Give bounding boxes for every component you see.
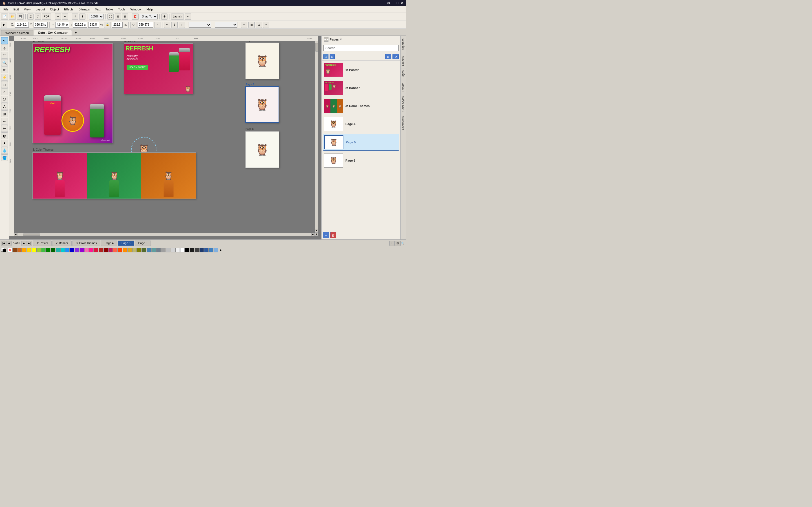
color-swatch[interactable]	[22, 248, 27, 252]
color-swatch[interactable]	[80, 248, 84, 252]
pages-tab[interactable]: Pages	[401, 68, 406, 80]
color-swatch[interactable]	[75, 248, 79, 252]
launch-btn[interactable]: Launch	[171, 13, 184, 20]
current-fill-indicator[interactable]	[1, 248, 6, 252]
page-2-canvas[interactable]: 2: Banner REFRESH Naturally delicious. L…	[124, 43, 193, 94]
page-4-side[interactable]: Page 4 🦉	[245, 43, 279, 79]
redo-btn[interactable]: ↪	[62, 13, 68, 20]
color-swatch[interactable]	[142, 248, 146, 252]
open-btn[interactable]: 📂	[9, 13, 16, 20]
page-add-btn[interactable]: +	[389, 241, 395, 246]
palette-scroll-right[interactable]: ►	[219, 248, 223, 252]
order-btn[interactable]: ⊞	[248, 22, 255, 28]
page-settings-btn[interactable]: ⚙	[393, 54, 399, 59]
menu-text[interactable]: Text	[93, 7, 103, 11]
rotation-lock[interactable]: ○	[154, 22, 160, 28]
color-swatch[interactable]	[60, 248, 65, 252]
canvas-area[interactable]: 5000 4800 4400 4000 3600 3200 2800 2400 …	[9, 36, 321, 239]
crop-tool[interactable]: ⬚	[1, 52, 8, 59]
menu-tools[interactable]: Tools	[116, 7, 128, 11]
menu-file[interactable]: File	[1, 7, 11, 11]
table-tool[interactable]: ⊞	[1, 110, 8, 117]
transform-btn[interactable]: ⊡	[256, 22, 262, 28]
no-fill-swatch[interactable]: ✕	[8, 248, 12, 252]
page-6-side[interactable]: Page 6 🦉	[245, 131, 279, 168]
maximize-button[interactable]: □	[396, 1, 398, 5]
zoom-select[interactable]: 105% 100% 75% 50%	[89, 14, 104, 19]
grid-btn[interactable]: ⊞	[115, 13, 121, 20]
polygon-tool[interactable]: ⬡	[1, 96, 8, 103]
color-swatch[interactable]	[36, 248, 41, 252]
effects-tool[interactable]: ★	[1, 140, 8, 147]
mirror-v-btn[interactable]: ⇕	[171, 22, 177, 28]
color-styles-tab[interactable]: Color Styles	[401, 94, 406, 114]
color-swatch[interactable]	[209, 248, 213, 252]
zoom-fit-btn[interactable]: ⊡	[395, 241, 401, 246]
menu-effects[interactable]: Effects	[62, 7, 75, 11]
page-entry-4[interactable]: 🦉 Page 4	[323, 116, 399, 132]
delete-page-btn[interactable]: 🗑	[330, 232, 336, 238]
color-swatch[interactable]	[51, 248, 55, 252]
color-swatch[interactable]	[27, 248, 31, 252]
color-swatch[interactable]	[156, 248, 161, 252]
color-swatch[interactable]	[99, 248, 103, 252]
undo-btn[interactable]: ↩	[55, 13, 61, 20]
color-swatch[interactable]	[70, 248, 74, 252]
color-swatch[interactable]	[161, 248, 165, 252]
page-1-canvas[interactable]: 1: Poster REFRESH Owl	[33, 43, 113, 144]
freehand-tool[interactable]: ✏	[1, 66, 8, 73]
page-prev-btn[interactable]: ◄	[6, 241, 11, 246]
menu-object[interactable]: Object	[48, 7, 61, 11]
color-swatch[interactable]	[199, 248, 204, 252]
page-tab-1[interactable]: 1: Poster	[33, 240, 52, 246]
minimize-button[interactable]: −	[392, 1, 394, 5]
color-swatch[interactable]	[195, 248, 199, 252]
vertical-scrollbar[interactable]: ▲ ▼	[315, 41, 318, 236]
new-btn[interactable]: 📄	[1, 13, 8, 20]
properties-tab[interactable]: Properties	[401, 36, 406, 54]
color-swatch[interactable]	[151, 248, 156, 252]
width-percent[interactable]	[88, 22, 99, 27]
select-mode-btn[interactable]: ▶	[1, 22, 7, 28]
canvas-scroll[interactable]: 1: Poster REFRESH Owl	[14, 41, 318, 236]
add-tab-button[interactable]: +	[72, 30, 79, 36]
color-swatch[interactable]	[190, 248, 194, 252]
full-screen-btn[interactable]: ⛶	[107, 13, 114, 20]
page-view-single-btn[interactable]: □	[323, 54, 328, 59]
color-swatch[interactable]	[12, 248, 17, 252]
color-swatch[interactable]	[94, 248, 98, 252]
guidelines-btn[interactable]: ⊟	[122, 13, 128, 20]
page-tab-3[interactable]: 3: Color Themes	[72, 240, 100, 246]
page-view-grid-btn[interactable]: ⊞	[329, 54, 335, 59]
pdf-btn[interactable]: PDF	[42, 13, 51, 20]
more-btn[interactable]: +	[263, 22, 269, 28]
color-swatch[interactable]	[84, 248, 89, 252]
page-entry-2[interactable]: REFRESH 🦉 2: Banner	[323, 80, 399, 96]
color-swatch[interactable]	[89, 248, 94, 252]
color-swatch[interactable]	[147, 248, 151, 252]
menu-layout[interactable]: Layout	[33, 7, 47, 11]
comments-tab[interactable]: Comments	[401, 114, 406, 132]
options-btn[interactable]: ⚙	[161, 13, 167, 20]
text-tool[interactable]: A	[1, 103, 8, 110]
rotation-input[interactable]	[138, 22, 153, 27]
color-swatch[interactable]	[103, 248, 108, 252]
color-swatch[interactable]	[108, 248, 113, 252]
title-bar-controls[interactable]: ⧉ − □ ✕	[387, 1, 404, 5]
snap-btn[interactable]: 🧲	[132, 13, 139, 20]
objects-tab[interactable]: Objects	[401, 54, 406, 68]
width-input[interactable]	[55, 22, 69, 27]
ellipse-tool[interactable]: ○	[1, 89, 8, 95]
smart-draw-tool[interactable]: ⚡	[1, 74, 8, 80]
export-btn2[interactable]: ⬆	[79, 13, 86, 20]
scroll-right-btn[interactable]: ►	[311, 233, 315, 236]
export-tab[interactable]: Export	[401, 81, 406, 94]
page-tab-5[interactable]: Page 5	[118, 240, 134, 246]
scroll-up-btn[interactable]: ▲	[315, 229, 318, 232]
color-swatch[interactable]	[128, 248, 132, 252]
page-last-btn[interactable]: ►|	[27, 241, 32, 246]
color-swatch[interactable]	[166, 248, 170, 252]
color-swatch[interactable]	[175, 248, 180, 252]
measure-tool[interactable]: ⊢	[1, 125, 8, 132]
color-swatch[interactable]	[56, 248, 60, 252]
